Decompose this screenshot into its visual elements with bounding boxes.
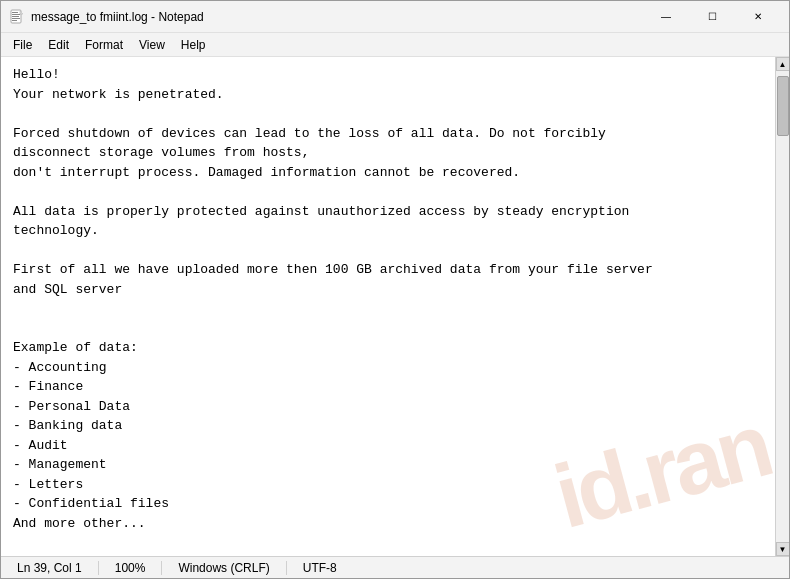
status-zoom: 100% [99, 561, 163, 575]
scrollbar-track[interactable] [776, 71, 790, 542]
notepad-window: message_to fmiint.log - Notepad — ☐ ✕ Fi… [0, 0, 790, 579]
menu-bar: File Edit Format View Help [1, 33, 789, 57]
svg-rect-3 [12, 16, 19, 17]
maximize-button[interactable]: ☐ [689, 1, 735, 33]
svg-rect-2 [12, 14, 20, 15]
status-line-ending: Windows (CRLF) [162, 561, 286, 575]
scrollbar-down-button[interactable]: ▼ [776, 542, 790, 556]
title-bar: message_to fmiint.log - Notepad — ☐ ✕ [1, 1, 789, 33]
app-icon [9, 9, 25, 25]
status-encoding: UTF-8 [287, 561, 353, 575]
svg-rect-1 [12, 12, 18, 13]
window-controls: — ☐ ✕ [643, 1, 781, 33]
menu-view[interactable]: View [131, 36, 173, 54]
status-line-col: Ln 39, Col 1 [9, 561, 99, 575]
svg-rect-4 [12, 18, 20, 19]
menu-edit[interactable]: Edit [40, 36, 77, 54]
status-bar: Ln 39, Col 1 100% Windows (CRLF) UTF-8 [1, 556, 789, 578]
scrollbar-thumb[interactable] [777, 76, 789, 136]
menu-format[interactable]: Format [77, 36, 131, 54]
menu-file[interactable]: File [5, 36, 40, 54]
svg-rect-5 [12, 20, 17, 21]
scrollbar: ▲ ▼ [775, 57, 789, 556]
scrollbar-up-button[interactable]: ▲ [776, 57, 790, 71]
editor-text-area[interactable]: Hello! Your network is penetrated. Force… [1, 57, 775, 556]
menu-help[interactable]: Help [173, 36, 214, 54]
close-button[interactable]: ✕ [735, 1, 781, 33]
minimize-button[interactable]: — [643, 1, 689, 33]
window-title: message_to fmiint.log - Notepad [31, 10, 643, 24]
editor-container: Hello! Your network is penetrated. Force… [1, 57, 789, 556]
